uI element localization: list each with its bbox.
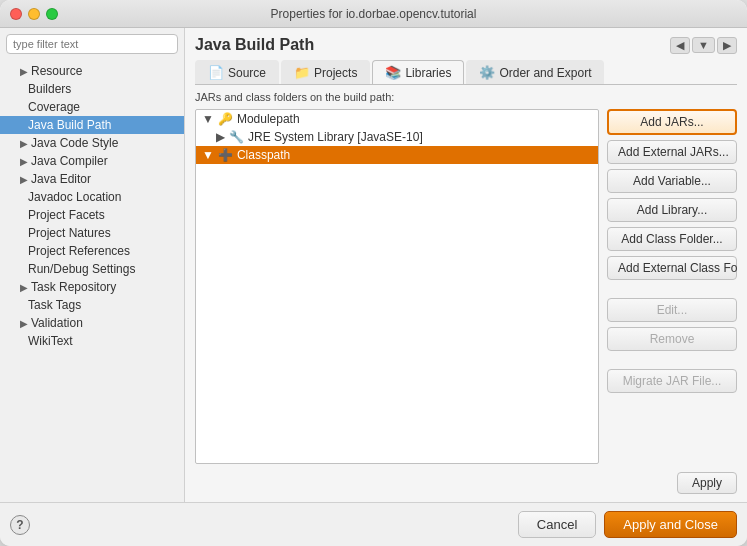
expand-arrow-icon: ▶	[216, 130, 225, 144]
description-text: JARs and class folders on the build path…	[195, 91, 737, 103]
sidebar-item-coverage[interactable]: Coverage	[0, 98, 184, 116]
tabs-row: 📄 Source 📁 Projects 📚 Libraries ⚙️ Order…	[195, 60, 737, 85]
main-content: ▶ Resource Builders Coverage Java Build …	[0, 28, 747, 502]
panel-header: Java Build Path ◀ ▼ ▶	[195, 36, 737, 54]
sidebar-item-java-code-style[interactable]: ▶ Java Code Style	[0, 134, 184, 152]
expand-arrow: ▶	[20, 282, 28, 293]
sidebar-item-label: Task Tags	[28, 298, 81, 312]
nav-forward-button[interactable]: ▶	[717, 37, 737, 54]
expand-arrow: ▶	[20, 318, 28, 329]
add-library-button[interactable]: Add Library...	[607, 198, 737, 222]
help-button[interactable]: ?	[10, 515, 30, 535]
traffic-lights	[10, 8, 58, 20]
sidebar-item-javadoc-location[interactable]: Javadoc Location	[0, 188, 184, 206]
apply-button[interactable]: Apply	[677, 472, 737, 494]
expand-arrow-icon: ▼	[202, 148, 214, 162]
tab-label: Source	[228, 66, 266, 80]
module-icon: 🔑	[218, 112, 233, 126]
add-class-folder-button[interactable]: Add Class Folder...	[607, 227, 737, 251]
tab-label: Order and Export	[499, 66, 591, 80]
tab-order-export[interactable]: ⚙️ Order and Export	[466, 60, 604, 84]
migrate-jar-button[interactable]: Migrate JAR File...	[607, 369, 737, 393]
sidebar-item-label: Run/Debug Settings	[28, 262, 135, 276]
sidebar-item-label: Java Editor	[31, 172, 91, 186]
edit-button[interactable]: Edit...	[607, 298, 737, 322]
source-icon: 📄	[208, 65, 224, 80]
sidebar-item-task-tags[interactable]: Task Tags	[0, 296, 184, 314]
window-title: Properties for io.dorbae.opencv.tutorial	[271, 7, 477, 21]
sidebar-item-label: Java Build Path	[28, 118, 111, 132]
filter-input[interactable]	[6, 34, 178, 54]
nav-arrows: ◀ ▼ ▶	[670, 37, 737, 54]
sidebar-item-label: Javadoc Location	[28, 190, 121, 204]
sidebar-item-task-repository[interactable]: ▶ Task Repository	[0, 278, 184, 296]
panel-title: Java Build Path	[195, 36, 314, 54]
tree-row-classpath[interactable]: ▼ ➕ Classpath	[196, 146, 598, 164]
sidebar-item-resource[interactable]: ▶ Resource	[0, 62, 184, 80]
main-window: Properties for io.dorbae.opencv.tutorial…	[0, 0, 747, 546]
tree-row-label: JRE System Library [JavaSE-10]	[248, 130, 423, 144]
sidebar-item-label: Task Repository	[31, 280, 116, 294]
expand-arrow: ▶	[20, 138, 28, 149]
sidebar-item-label: Project References	[28, 244, 130, 258]
close-button[interactable]	[10, 8, 22, 20]
sidebar-item-wikitext[interactable]: WikiText	[0, 332, 184, 350]
sidebar-item-java-build-path[interactable]: Java Build Path	[0, 116, 184, 134]
nav-dropdown-button[interactable]: ▼	[692, 37, 715, 53]
sidebar-item-validation[interactable]: ▶ Validation	[0, 314, 184, 332]
sidebar-item-label: Builders	[28, 82, 71, 96]
sidebar-item-project-references[interactable]: Project References	[0, 242, 184, 260]
build-path-tree[interactable]: ▼ 🔑 Modulepath ▶ 🔧 JRE System Library [J…	[195, 109, 599, 464]
sidebar-item-label: WikiText	[28, 334, 73, 348]
sidebar-item-run-debug-settings[interactable]: Run/Debug Settings	[0, 260, 184, 278]
bottom-right-buttons: Cancel Apply and Close	[518, 511, 737, 538]
tab-libraries[interactable]: 📚 Libraries	[372, 60, 464, 84]
sidebar-item-java-compiler[interactable]: ▶ Java Compiler	[0, 152, 184, 170]
tree-row-label: Modulepath	[237, 112, 300, 126]
tab-projects[interactable]: 📁 Projects	[281, 60, 370, 84]
apply-and-close-button[interactable]: Apply and Close	[604, 511, 737, 538]
sidebar-item-builders[interactable]: Builders	[0, 80, 184, 98]
sidebar-item-label: Resource	[31, 64, 82, 78]
apply-row: Apply	[195, 468, 737, 498]
tree-row-label: Classpath	[237, 148, 290, 162]
minimize-button[interactable]	[28, 8, 40, 20]
expand-arrow-icon: ▼	[202, 112, 214, 126]
add-jars-button[interactable]: Add JARs...	[607, 109, 737, 135]
remove-button[interactable]: Remove	[607, 327, 737, 351]
sidebar-item-label: Java Code Style	[31, 136, 118, 150]
sidebar-item-label: Coverage	[28, 100, 80, 114]
sidebar-tree: ▶ Resource Builders Coverage Java Build …	[0, 60, 184, 502]
tab-label: Libraries	[405, 66, 451, 80]
libraries-icon: 📚	[385, 65, 401, 80]
jre-icon: 🔧	[229, 130, 244, 144]
tab-source[interactable]: 📄 Source	[195, 60, 279, 84]
add-variable-button[interactable]: Add Variable...	[607, 169, 737, 193]
add-external-jars-button[interactable]: Add External JARs...	[607, 140, 737, 164]
right-panel: Java Build Path ◀ ▼ ▶ 📄 Source 📁 Project…	[185, 28, 747, 502]
title-bar: Properties for io.dorbae.opencv.tutorial	[0, 0, 747, 28]
add-external-class-folder-button[interactable]: Add External Class Folder...	[607, 256, 737, 280]
classpath-icon: ➕	[218, 148, 233, 162]
sidebar: ▶ Resource Builders Coverage Java Build …	[0, 28, 185, 502]
sidebar-item-java-editor[interactable]: ▶ Java Editor	[0, 170, 184, 188]
expand-arrow: ▶	[20, 156, 28, 167]
button-spacer2	[607, 356, 737, 364]
cancel-button[interactable]: Cancel	[518, 511, 596, 538]
sidebar-item-project-natures[interactable]: Project Natures	[0, 224, 184, 242]
projects-icon: 📁	[294, 65, 310, 80]
expand-arrow: ▶	[20, 174, 28, 185]
maximize-button[interactable]	[46, 8, 58, 20]
sidebar-item-label: Validation	[31, 316, 83, 330]
buttons-panel: Add JARs... Add External JARs... Add Var…	[607, 109, 737, 464]
tab-label: Projects	[314, 66, 357, 80]
nav-back-button[interactable]: ◀	[670, 37, 690, 54]
expand-arrow: ▶	[20, 66, 28, 77]
sidebar-item-project-facets[interactable]: Project Facets	[0, 206, 184, 224]
tree-row-modulepath[interactable]: ▼ 🔑 Modulepath	[196, 110, 598, 128]
sidebar-item-label: Project Facets	[28, 208, 105, 222]
content-area: ▼ 🔑 Modulepath ▶ 🔧 JRE System Library [J…	[195, 109, 737, 464]
tree-row-jre[interactable]: ▶ 🔧 JRE System Library [JavaSE-10]	[196, 128, 598, 146]
bottom-bar: ? Cancel Apply and Close	[0, 502, 747, 546]
sidebar-item-label: Project Natures	[28, 226, 111, 240]
